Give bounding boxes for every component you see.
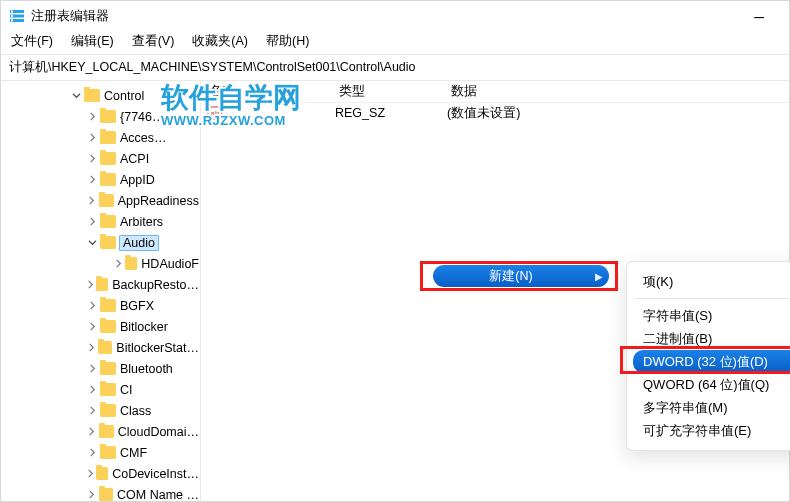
tree-node-control[interactable]: Control bbox=[1, 85, 200, 106]
folder-icon bbox=[99, 194, 114, 207]
context-item-new[interactable]: 新建(N) bbox=[433, 268, 589, 285]
menu-item-expandstring[interactable]: 可扩充字符串值(E) bbox=[633, 419, 790, 442]
value-list[interactable]: 名称 类型 数据 ab REG_SZ (数值未设置) 软件自学网 软件自学网 W… bbox=[201, 81, 789, 502]
minimize-button[interactable]: — bbox=[737, 1, 781, 31]
caret-right-icon[interactable] bbox=[85, 383, 99, 397]
folder-icon bbox=[100, 446, 116, 459]
value-row-default[interactable]: ab REG_SZ (数值未设置) bbox=[201, 103, 789, 123]
caret-right-icon[interactable] bbox=[85, 131, 99, 145]
menu-edit[interactable]: 编辑(E) bbox=[71, 33, 114, 50]
col-type[interactable]: 类型 bbox=[331, 83, 443, 100]
caret-right-icon[interactable] bbox=[85, 320, 99, 334]
tree-label: CoDeviceInst… bbox=[111, 467, 200, 481]
menu-item-key[interactable]: 项(K) bbox=[633, 270, 790, 293]
registry-tree[interactable]: Control {7746…Acces…ACPIAppIDAppReadines… bbox=[1, 81, 201, 502]
folder-icon bbox=[100, 236, 116, 249]
context-menu-new-submenu: 项(K) 字符串值(S) 二进制值(B) DWORD (32 位)值(D) QW… bbox=[626, 261, 790, 451]
folder-icon bbox=[96, 278, 108, 291]
caret-right-icon[interactable] bbox=[85, 467, 95, 481]
column-headers[interactable]: 名称 类型 数据 bbox=[201, 81, 789, 103]
menu-item-string[interactable]: 字符串值(S) bbox=[633, 304, 790, 327]
caret-right-icon[interactable] bbox=[85, 341, 97, 355]
tree-node[interactable]: Acces… bbox=[1, 127, 200, 148]
tree-node[interactable]: Arbiters bbox=[1, 211, 200, 232]
tree-node[interactable]: Bitlocker bbox=[1, 316, 200, 337]
tree-node[interactable]: CloudDomai… bbox=[1, 421, 200, 442]
folder-icon bbox=[100, 152, 116, 165]
caret-right-icon[interactable] bbox=[85, 173, 99, 187]
caret-right-icon[interactable] bbox=[85, 362, 99, 376]
folder-icon bbox=[99, 488, 113, 501]
tree-label: CMF bbox=[119, 446, 148, 460]
menu-separator bbox=[635, 298, 790, 299]
folder-icon bbox=[100, 299, 116, 312]
menu-item-multistring[interactable]: 多字符串值(M) bbox=[633, 396, 790, 419]
tree-node[interactable]: Class bbox=[1, 400, 200, 421]
tree-label: BackupResto… bbox=[111, 278, 200, 292]
tree-label: CloudDomai… bbox=[117, 425, 200, 439]
tree-label: Acces… bbox=[119, 131, 168, 145]
context-menu-new[interactable]: 新建(N) ▶ bbox=[433, 265, 609, 287]
tree-node[interactable]: BitlockerStat… bbox=[1, 337, 200, 358]
menu-item-binary[interactable]: 二进制值(B) bbox=[633, 327, 790, 350]
regedit-icon bbox=[9, 8, 25, 24]
tree-node[interactable]: ACPI bbox=[1, 148, 200, 169]
menu-item-dword[interactable]: DWORD (32 位)值(D) bbox=[633, 350, 790, 373]
caret-right-icon[interactable] bbox=[85, 110, 99, 124]
caret-right-icon[interactable] bbox=[85, 215, 99, 229]
tree-label: Class bbox=[119, 404, 152, 418]
tree-label: CI bbox=[119, 383, 134, 397]
folder-icon bbox=[100, 215, 116, 228]
caret-down-icon[interactable] bbox=[85, 236, 99, 250]
tree-node[interactable]: Audio bbox=[1, 232, 200, 253]
address-bar[interactable]: 计算机\HKEY_LOCAL_MACHINE\SYSTEM\ControlSet… bbox=[1, 54, 789, 81]
menu-item-qword[interactable]: QWORD (64 位)值(Q) bbox=[633, 373, 790, 396]
tree-node[interactable]: AppReadiness bbox=[1, 190, 200, 211]
tree-label: Control bbox=[103, 89, 145, 103]
tree-label: Audio bbox=[119, 235, 159, 251]
col-data[interactable]: 数据 bbox=[443, 83, 789, 100]
svg-text:ab: ab bbox=[211, 109, 220, 118]
caret-right-icon[interactable] bbox=[85, 425, 98, 439]
caret-right-icon[interactable] bbox=[85, 278, 95, 292]
folder-icon bbox=[96, 467, 108, 480]
caret-right-icon[interactable] bbox=[85, 404, 99, 418]
svg-rect-5 bbox=[11, 20, 13, 22]
tree-node[interactable]: AppID bbox=[1, 169, 200, 190]
tree-node[interactable]: CoDeviceInst… bbox=[1, 463, 200, 484]
tree-label: Arbiters bbox=[119, 215, 164, 229]
caret-down-icon[interactable] bbox=[69, 89, 83, 103]
folder-icon bbox=[100, 320, 116, 333]
menu-view[interactable]: 查看(V) bbox=[132, 33, 175, 50]
menubar: 文件(F) 编辑(E) 查看(V) 收藏夹(A) 帮助(H) bbox=[1, 31, 789, 54]
folder-icon bbox=[100, 110, 116, 123]
caret-right-icon[interactable] bbox=[113, 257, 124, 271]
caret-right-icon[interactable] bbox=[85, 488, 98, 502]
menu-help[interactable]: 帮助(H) bbox=[266, 33, 309, 50]
tree-node[interactable]: CMF bbox=[1, 442, 200, 463]
caret-right-icon[interactable] bbox=[85, 446, 99, 460]
folder-icon bbox=[100, 404, 116, 417]
tree-node[interactable]: BGFX bbox=[1, 295, 200, 316]
caret-right-icon[interactable] bbox=[85, 194, 98, 208]
tree-node[interactable]: Bluetooth bbox=[1, 358, 200, 379]
tree-node[interactable]: CI bbox=[1, 379, 200, 400]
tree-node[interactable]: {7746… bbox=[1, 106, 200, 127]
folder-icon bbox=[100, 131, 116, 144]
tree-label: Bitlocker bbox=[119, 320, 169, 334]
window-title: 注册表编辑器 bbox=[31, 8, 737, 25]
folder-icon bbox=[125, 257, 137, 270]
tree-node[interactable]: COM Name … bbox=[1, 484, 200, 502]
folder-icon bbox=[100, 173, 116, 186]
tree-label: AppID bbox=[119, 173, 156, 187]
tree-node[interactable]: HDAudioF bbox=[1, 253, 200, 274]
svg-rect-3 bbox=[11, 11, 13, 13]
caret-right-icon[interactable] bbox=[85, 152, 99, 166]
menu-favorites[interactable]: 收藏夹(A) bbox=[192, 33, 248, 50]
col-name[interactable]: 名称 bbox=[201, 83, 331, 100]
caret-right-icon[interactable] bbox=[85, 299, 99, 313]
tree-label: BitlockerStat… bbox=[115, 341, 200, 355]
menu-file[interactable]: 文件(F) bbox=[11, 33, 53, 50]
tree-node[interactable]: BackupResto… bbox=[1, 274, 200, 295]
tree-label: {7746… bbox=[119, 110, 165, 124]
